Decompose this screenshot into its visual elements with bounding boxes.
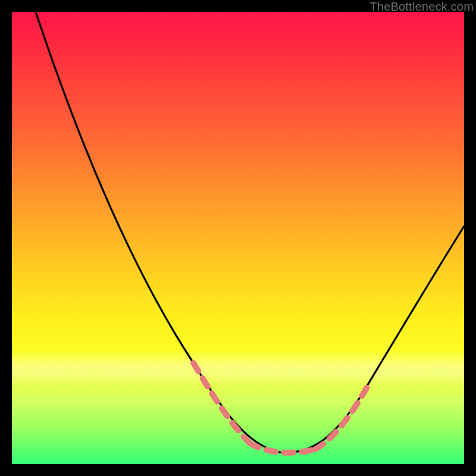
- dash-floor: [250, 443, 315, 453]
- chart-frame: [12, 12, 464, 464]
- bottleneck-curve: [12, 12, 464, 464]
- curve-path: [36, 12, 464, 453]
